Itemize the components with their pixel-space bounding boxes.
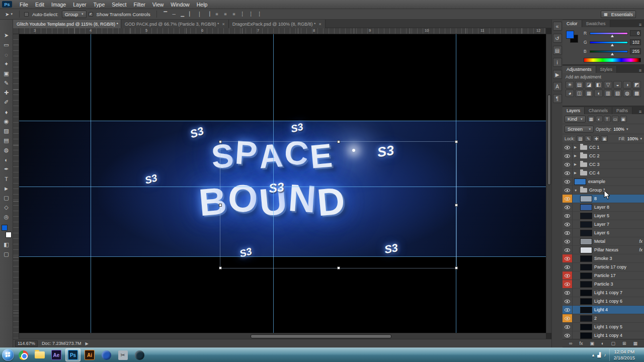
transform-handle[interactable] — [219, 140, 222, 143]
layer-row-light-1-copy-5[interactable]: Light 1 copy 5 — [562, 323, 644, 331]
visibility-toggle[interactable] — [562, 254, 573, 262]
document-tab-2[interactable]: GOD PACK.psd @ 66.7% (Particle 3, RGB/8)… — [121, 20, 229, 28]
layer-row-cc-3[interactable]: ▶CC 3 — [562, 160, 644, 169]
layer-row-cc-1[interactable]: ▶CC 1 — [562, 143, 644, 152]
tab-close-icon[interactable]: × — [319, 22, 321, 27]
crop-tool[interactable]: ▣ — [2, 69, 12, 78]
align-bottom-edges-icon[interactable]: ▁ — [179, 11, 187, 18]
visibility-toggle[interactable] — [562, 297, 573, 305]
taskbar-clock[interactable]: 12:04 PM 2/18/2015 — [609, 349, 639, 361]
panel-menu-icon[interactable]: ≡ — [636, 109, 644, 114]
slider-thumb[interactable] — [611, 44, 614, 46]
panel-menu-icon[interactable]: ≡ — [636, 22, 644, 27]
guide-vertical[interactable] — [91, 34, 91, 333]
visibility-toggle[interactable] — [562, 272, 573, 280]
transform-box[interactable] — [220, 141, 457, 268]
tab-swatches[interactable]: Swatches — [582, 20, 610, 27]
layer-row-8[interactable]: 8 — [562, 195, 644, 203]
visibility-toggle[interactable] — [562, 263, 573, 271]
layer-row-light-1-copy-4[interactable]: Light 1 copy 4 — [562, 331, 644, 339]
menu-image[interactable]: Image — [48, 1, 69, 8]
foreground-color-swatch[interactable] — [2, 225, 8, 231]
photo-filter-icon[interactable]: ◕ — [566, 89, 574, 97]
visibility-toggle[interactable] — [562, 203, 573, 211]
transform-handle[interactable] — [455, 266, 458, 269]
filter-type-layers-icon[interactable]: T — [604, 116, 611, 122]
distribute-horizontal-centers-icon[interactable]: ┆ — [247, 11, 255, 18]
shape-tool[interactable]: ▢ — [2, 193, 12, 203]
visibility-toggle[interactable] — [562, 195, 573, 203]
steam-icon[interactable] — [132, 348, 147, 361]
tab-channels[interactable]: Channels — [585, 107, 612, 114]
align-right-edges-icon[interactable]: ▕ — [204, 11, 212, 18]
foreground-color-swatch[interactable] — [566, 31, 574, 39]
menu-view[interactable]: View — [149, 1, 168, 8]
slider-track[interactable] — [590, 50, 628, 53]
distribute-bottom-edges-icon[interactable]: ≡ — [230, 11, 238, 18]
lock-transparency-icon[interactable]: ▨ — [577, 135, 584, 142]
layer-row-cc-2[interactable]: ▶CC 2 — [562, 152, 644, 160]
actions-panel-icon[interactable]: ▶ — [553, 70, 562, 79]
lasso-tool[interactable]: ◌ — [2, 50, 12, 59]
visibility-toggle[interactable] — [562, 186, 573, 194]
document-tab-3[interactable]: DragonExPack.psd @ 100% (8, RGB/8) *× — [229, 20, 326, 28]
move-tool[interactable]: ➤ — [2, 31, 12, 40]
layer-row-particle-17-copy[interactable]: Particle 17 copy — [562, 263, 644, 272]
show-hidden-icons-button[interactable]: ▴ — [592, 352, 595, 357]
threshold-icon[interactable]: ▧ — [613, 89, 622, 97]
filter-smart-objects-icon[interactable]: ▣ — [620, 116, 627, 122]
delete-layer-icon[interactable]: ▦ — [633, 341, 637, 346]
layer-row-light-1-copy-7[interactable]: Light 1 copy 7 — [562, 289, 644, 297]
vibrance-icon[interactable]: ▽ — [604, 81, 612, 88]
new-group-icon[interactable]: ▢ — [611, 341, 615, 346]
menu-type[interactable]: Type — [90, 1, 108, 8]
pen-tool[interactable]: ✒ — [2, 164, 12, 174]
history-panel-icon[interactable]: ↺ — [553, 34, 562, 43]
vertical-scrollbar-thumb[interactable] — [547, 95, 551, 185]
transform-handle[interactable] — [455, 204, 458, 207]
hand-tool[interactable]: ◇ — [2, 203, 12, 212]
expand-arrow-icon[interactable]: ▶ — [574, 162, 578, 166]
layer-filter-kind-dropdown[interactable]: Kind ▾ — [565, 116, 586, 123]
visibility-toggle[interactable] — [562, 143, 573, 151]
slider-track[interactable] — [590, 32, 628, 35]
slider-value[interactable]: 102 — [630, 39, 641, 45]
slider-thumb[interactable] — [611, 35, 614, 37]
zoom-level-field[interactable]: 114.67% — [15, 340, 38, 347]
snipping-tool-icon[interactable]: ✂ — [115, 348, 130, 361]
align-horizontal-centers-icon[interactable]: │ — [196, 11, 204, 18]
lock-position-icon[interactable]: ✚ — [593, 135, 600, 142]
tab-layers[interactable]: Layers — [562, 107, 585, 114]
visibility-toggle[interactable] — [562, 169, 573, 177]
channel-mixer-icon[interactable]: ◫ — [575, 89, 584, 97]
visibility-toggle[interactable] — [562, 212, 573, 220]
filter-adjustment-layers-icon[interactable]: ◐ — [596, 116, 603, 122]
network-icon[interactable]: ▟ — [597, 352, 601, 357]
menu-file[interactable]: File — [16, 1, 32, 8]
menu-window[interactable]: Window — [167, 1, 193, 8]
layer-row-smoke-3[interactable]: Smoke 3 — [562, 254, 644, 263]
layer-row-2[interactable]: 2 — [562, 314, 644, 323]
chrome-icon[interactable] — [16, 348, 31, 361]
auto-select-dropdown[interactable]: Group ▾ — [62, 11, 87, 18]
type-tool[interactable]: T — [2, 174, 12, 184]
expand-arrow-icon[interactable]: ▶ — [574, 171, 578, 175]
visibility-toggle[interactable] — [562, 323, 573, 331]
slider-track[interactable] — [590, 41, 628, 44]
layer-row-particle-17[interactable]: Particle 17 — [562, 272, 644, 280]
marquee-tool[interactable]: ▭ — [2, 40, 12, 50]
eraser-tool[interactable]: ▨ — [2, 126, 12, 136]
blend-mode-dropdown[interactable]: Screen ▾ — [565, 126, 594, 133]
visibility-toggle[interactable] — [562, 280, 573, 288]
show-transform-controls-checkbox[interactable]: ✓ — [89, 12, 93, 17]
align-left-edges-icon[interactable]: ▏ — [187, 11, 195, 18]
menu-help[interactable]: Help — [193, 1, 211, 8]
layer-row-layer-5[interactable]: Layer 5 — [562, 212, 644, 220]
background-color-swatch[interactable] — [6, 232, 12, 238]
selective-color-icon[interactable]: ◍ — [623, 89, 631, 97]
layer-effects-badge[interactable]: fx — [639, 247, 642, 252]
filter-pixel-layers-icon[interactable]: ▦ — [588, 116, 595, 122]
zoom-tool[interactable]: ◎ — [2, 212, 12, 222]
transform-handle[interactable] — [219, 204, 222, 207]
illustrator-icon[interactable]: Ai — [82, 348, 97, 361]
